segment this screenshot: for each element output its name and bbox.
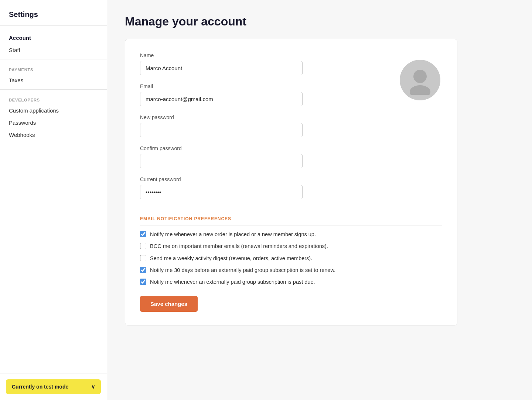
confirm-password-input[interactable] <box>140 154 303 168</box>
email-label: Email <box>140 83 383 89</box>
sidebar-item-staff[interactable]: Staff <box>0 44 107 56</box>
checkbox-label-pref4: Notify me 30 days before an externally p… <box>150 266 335 274</box>
sidebar-item-taxes[interactable]: Taxes <box>0 74 107 86</box>
email-input[interactable] <box>140 92 303 106</box>
email-prefs-section: Email Notification Preferences Notify me… <box>140 216 442 286</box>
checkbox-item: BCC me on important member emails (renew… <box>140 242 442 250</box>
checkbox-pref2[interactable] <box>140 243 146 249</box>
new-password-group: New password <box>140 114 383 137</box>
sidebar-section-payments: Payments <box>0 62 107 74</box>
test-mode-badge[interactable]: Currently on test mode ∨ <box>6 379 101 394</box>
checkbox-group: Notify me whenever a new order is placed… <box>140 231 442 286</box>
checkbox-pref5[interactable] <box>140 279 146 285</box>
name-input[interactable] <box>140 61 303 75</box>
checkbox-item: Send me a weekly activity digest (revenu… <box>140 255 442 262</box>
confirm-password-label: Confirm password <box>140 145 383 151</box>
current-password-group: Current password <box>140 176 383 199</box>
test-mode-label: Currently on test mode <box>12 384 68 390</box>
avatar-icon <box>405 65 435 95</box>
checkbox-label-pref1: Notify me whenever a new order is placed… <box>150 231 316 238</box>
sidebar-divider-payments <box>0 59 107 59</box>
sidebar-section-developers: Developers <box>0 93 107 104</box>
sidebar-item-passwords[interactable]: Passwords <box>0 117 107 129</box>
checkbox-item: Notify me 30 days before an externally p… <box>140 266 442 274</box>
checkbox-pref1[interactable] <box>140 231 146 237</box>
name-label: Name <box>140 52 383 58</box>
sidebar-nav: Account Staff Payments Taxes Developers … <box>0 26 107 373</box>
name-group: Name <box>140 52 383 75</box>
checkbox-item: Notify me whenever a new order is placed… <box>140 231 442 238</box>
email-prefs-title: Email Notification Preferences <box>140 216 442 225</box>
email-group: Email <box>140 83 383 106</box>
current-password-label: Current password <box>140 176 383 182</box>
checkbox-label-pref3: Send me a weekly activity digest (revenu… <box>150 255 312 262</box>
form-fields: Name Email New password Confirm password <box>140 52 383 207</box>
new-password-label: New password <box>140 114 383 120</box>
sidebar-title: Settings <box>0 0 107 26</box>
confirm-password-group: Confirm password <box>140 145 383 168</box>
svg-point-0 <box>413 70 427 83</box>
sidebar-item-webhooks[interactable]: Webhooks <box>0 129 107 141</box>
chevron-down-icon: ∨ <box>91 384 95 390</box>
sidebar-divider-developers <box>0 89 107 90</box>
form-top: Name Email New password Confirm password <box>140 52 442 207</box>
checkbox-pref4[interactable] <box>140 267 146 273</box>
checkbox-item: Notify me whenever an externally paid gr… <box>140 278 442 286</box>
new-password-input[interactable] <box>140 123 303 137</box>
page-title: Manage your account <box>125 15 514 28</box>
checkbox-label-pref2: BCC me on important member emails (renew… <box>150 242 328 250</box>
save-button[interactable]: Save changes <box>140 296 198 312</box>
sidebar: Settings Account Staff Payments Taxes De… <box>0 0 107 400</box>
account-card: Name Email New password Confirm password <box>125 39 457 325</box>
checkbox-label-pref5: Notify me whenever an externally paid gr… <box>150 278 315 286</box>
checkbox-pref3[interactable] <box>140 255 146 261</box>
avatar <box>400 60 440 100</box>
current-password-input[interactable] <box>140 185 303 199</box>
svg-point-1 <box>410 85 430 95</box>
sidebar-bottom: Currently on test mode ∨ <box>0 373 107 400</box>
sidebar-item-account[interactable]: Account <box>0 32 107 44</box>
avatar-area <box>398 52 442 100</box>
main-content: Manage your account Name Email New passw… <box>107 0 532 400</box>
sidebar-item-custom-applications[interactable]: Custom applications <box>0 104 107 117</box>
